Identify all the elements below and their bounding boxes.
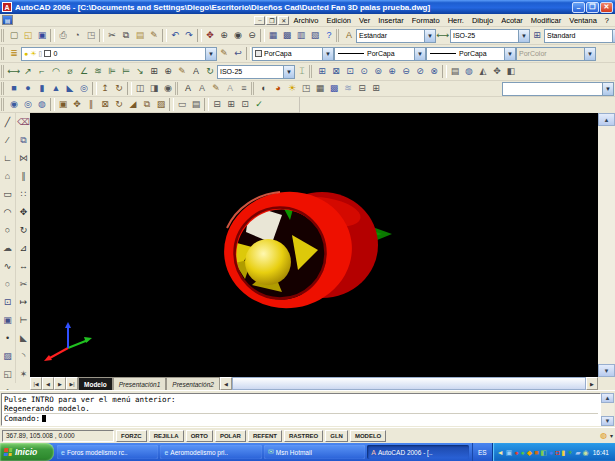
clean-icon[interactable]: ⊞ <box>224 98 238 112</box>
subtract-icon[interactable]: ◎ <box>21 98 35 112</box>
taskbar-button-autocad[interactable]: A AutoCAD 2006 - [.. <box>367 445 468 459</box>
separator[interactable] <box>162 29 167 42</box>
extrude-faces-icon[interactable]: ▣ <box>56 98 70 112</box>
status-toggle-button[interactable]: RASTREO <box>284 430 323 442</box>
section-icon[interactable]: ◨ <box>147 82 161 96</box>
tray-network-icon[interactable]: ▣ <box>506 449 513 456</box>
scroll-track[interactable] <box>598 126 615 364</box>
edit-text-icon[interactable]: ✎ <box>209 82 223 96</box>
center-mark-icon[interactable]: ⊕ <box>161 65 175 79</box>
menu-item[interactable]: Insertar <box>374 16 407 25</box>
quick-dim-icon[interactable]: ≋ <box>91 65 105 79</box>
menu-item[interactable]: Formato <box>408 16 444 25</box>
chevron-down-icon[interactable]: ▼ <box>322 48 333 60</box>
dim-ordinate-icon[interactable]: ⌐ <box>35 65 49 79</box>
chevron-down-icon[interactable]: ▼ <box>518 30 529 42</box>
arc-icon[interactable]: ◠ <box>0 203 15 221</box>
make-layer-current-icon[interactable]: ✎ <box>217 47 231 61</box>
dim-linear-icon[interactable]: ⟷ <box>7 65 21 79</box>
imprint-icon[interactable]: ⊟ <box>210 98 224 112</box>
text-style-combo[interactable]: Estándar ▼ <box>356 29 436 43</box>
zoom-scale-icon[interactable]: ⊡ <box>343 65 357 79</box>
ellipse-icon[interactable]: ○ <box>0 275 15 293</box>
dim-text-edit-icon[interactable]: A <box>189 65 203 79</box>
cut-icon[interactable]: ✂ <box>105 29 119 43</box>
box-icon[interactable]: ■ <box>7 82 21 96</box>
table-style-icon[interactable]: ⊞ <box>530 29 544 43</box>
background-icon[interactable]: ▩ <box>327 82 341 96</box>
scroll-thumb[interactable] <box>232 377 586 390</box>
cylinder-icon[interactable]: ▮ <box>35 82 49 96</box>
status-toggle-button[interactable]: GLN <box>325 430 348 442</box>
copy-faces-icon[interactable]: ⧉ <box>140 98 154 112</box>
text-style-icon[interactable]: A <box>342 29 356 43</box>
mdi-minimize-button[interactable]: – <box>254 16 265 25</box>
intersect-icon[interactable]: ◍ <box>35 98 49 112</box>
scroll-right-icon[interactable]: ▶ <box>586 377 598 390</box>
render-icon[interactable]: ◕ <box>271 82 285 96</box>
color-faces-icon[interactable]: ▨ <box>154 98 168 112</box>
mtext-icon[interactable]: A <box>181 82 195 96</box>
hide-icon[interactable]: ◐ <box>257 82 271 96</box>
scroll-down-icon[interactable]: ▼ <box>598 364 615 377</box>
open-icon[interactable]: ◱ <box>21 29 35 43</box>
cone-icon[interactable]: ▲ <box>49 82 63 96</box>
stretch-icon[interactable]: ↔ <box>16 257 31 275</box>
dim-baseline-icon[interactable]: ⊫ <box>105 65 119 79</box>
scroll-down-icon[interactable]: ▼ <box>601 416 614 426</box>
dim-update-icon[interactable]: ↻ <box>203 65 217 79</box>
fog-icon[interactable]: ≋ <box>341 82 355 96</box>
help-icon[interactable]: ? <box>322 29 336 43</box>
walk-icon[interactable]: ✥ <box>490 65 504 79</box>
zoom-window-icon[interactable]: ◉ <box>231 29 245 43</box>
status-toggle-button[interactable]: REJILLA <box>149 430 184 442</box>
vertical-scrollbar[interactable]: ▲ ▼ <box>598 113 615 377</box>
lineweight-combo[interactable]: PorCapa ▼ <box>426 47 516 61</box>
undo-icon[interactable]: ↶ <box>168 29 182 43</box>
paste-icon[interactable]: ▤ <box>133 29 147 43</box>
zoom-out-icon[interactable]: ⊖ <box>399 65 413 79</box>
layer-combo[interactable]: ● ☀ ▯ 0 ▼ <box>21 47 217 61</box>
extend-icon[interactable]: ↦ <box>16 293 31 311</box>
zoom-window2-icon[interactable]: ⊞ <box>315 65 329 79</box>
revolve-icon[interactable]: ↻ <box>112 82 126 96</box>
taskbar-button-browser-2[interactable]: e Aeromodelismo pri.. <box>160 445 261 459</box>
tray-safely-remove-icon[interactable]: ◉ <box>583 449 589 456</box>
layout-tab[interactable]: Presentación2 <box>166 377 220 390</box>
separator[interactable] <box>50 29 55 42</box>
tray-battery-icon[interactable]: ▮ <box>561 449 565 456</box>
offset-faces-icon[interactable]: ∥ <box>84 98 98 112</box>
separator[interactable] <box>169 98 174 111</box>
tray-display-icon[interactable]: ▰ <box>575 449 580 456</box>
justify-text-icon[interactable]: ≡ <box>237 82 251 96</box>
break-icon[interactable]: ⊢ <box>16 311 31 329</box>
command-scrollbar[interactable]: ▲ ▼ <box>601 393 614 426</box>
scale-icon[interactable]: ⊿ <box>16 239 31 257</box>
copy-clip-icon[interactable]: ⧉ <box>119 29 133 43</box>
tray-firewall-icon[interactable]: ■ <box>534 449 538 456</box>
tab-prev-button[interactable]: ◀ <box>42 377 54 390</box>
properties-icon[interactable]: ▦ <box>266 29 280 43</box>
separator[interactable] <box>50 98 55 111</box>
command-prompt-line[interactable]: Comando: <box>4 413 598 422</box>
render-setup-icon[interactable]: ⊞ <box>369 82 383 96</box>
toolbar-grip[interactable] <box>1 82 5 95</box>
rotate-icon[interactable]: ↻ <box>16 221 31 239</box>
dim-angular-icon[interactable]: ∠ <box>77 65 91 79</box>
minimize-button[interactable]: – <box>572 2 585 13</box>
linetype-combo[interactable]: PorCapa ▼ <box>334 47 426 61</box>
language-indicator[interactable]: ES <box>472 443 492 461</box>
taper-faces-icon[interactable]: ◢ <box>126 98 140 112</box>
union-icon[interactable]: ◉ <box>7 98 21 112</box>
layer-previous-icon[interactable]: ↩ <box>231 47 245 61</box>
status-tray-menu-icon[interactable]: ▾ <box>610 432 613 439</box>
check-icon[interactable]: ✓ <box>252 98 266 112</box>
insert-block-icon[interactable]: ⊡ <box>0 293 15 311</box>
menu-item[interactable]: Dibujo <box>468 16 497 25</box>
menu-item[interactable]: Ver <box>355 16 374 25</box>
slice-icon[interactable]: ◫ <box>133 82 147 96</box>
tray-volume-icon[interactable]: ◄ <box>497 449 504 456</box>
tray-antivirus-icon[interactable]: ● <box>514 449 518 456</box>
toolbar-grip[interactable] <box>1 98 5 111</box>
zoom-realtime-icon[interactable]: ⊕ <box>217 29 231 43</box>
